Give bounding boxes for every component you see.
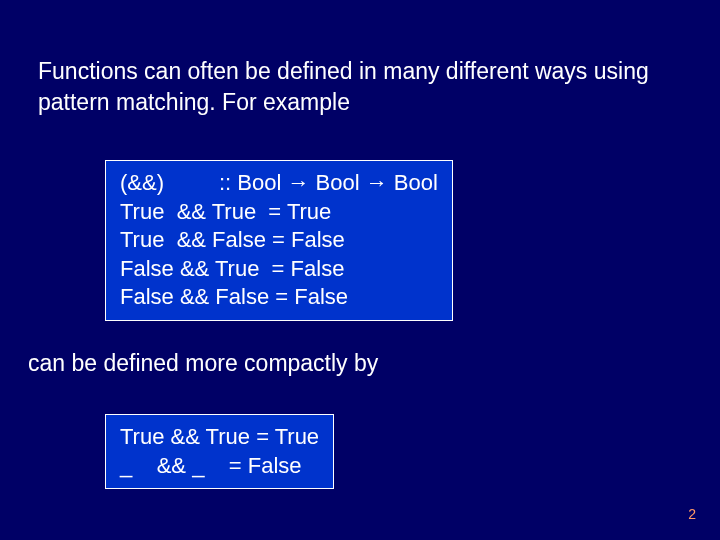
code-line: True && True = True xyxy=(120,423,319,452)
intro-paragraph: Functions can often be defined in many d… xyxy=(38,56,682,118)
code-line: False && True = False xyxy=(120,255,438,284)
code-line: True && True = True xyxy=(120,198,438,227)
code-line: _ && _ = False xyxy=(120,452,319,481)
code-line: (&&) :: Bool → Bool → Bool xyxy=(120,169,438,198)
page-number: 2 xyxy=(688,506,696,522)
code-block-compact-definition: True && True = True _ && _ = False xyxy=(105,414,334,489)
code-block-full-definition: (&&) :: Bool → Bool → Bool True && True … xyxy=(105,160,453,321)
code-line: True && False = False xyxy=(120,226,438,255)
mid-paragraph: can be defined more compactly by xyxy=(28,350,682,377)
code-line: False && False = False xyxy=(120,283,438,312)
